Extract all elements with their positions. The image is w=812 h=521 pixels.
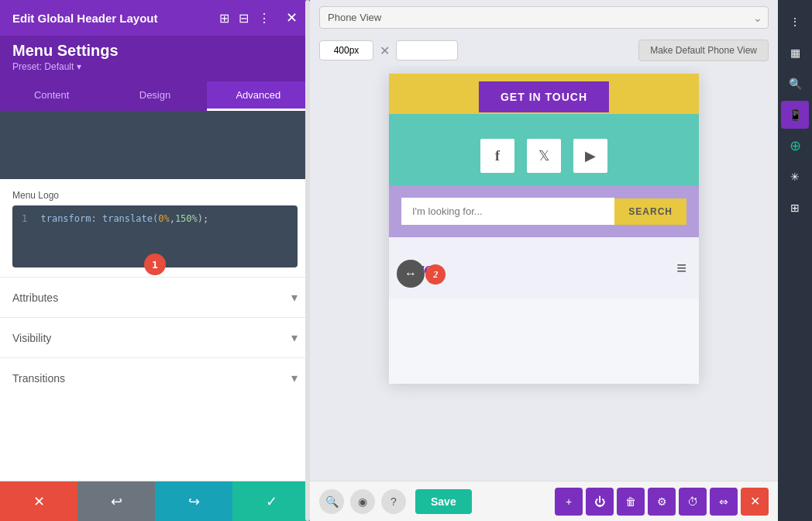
help-icon: ?: [391, 495, 397, 508]
accordion-transitions[interactable]: Transitions ▾: [0, 357, 310, 398]
resize-icon: ⇔: [719, 495, 728, 508]
redo-icon: ↪: [188, 493, 200, 510]
help-button[interactable]: ?: [381, 489, 406, 514]
mobile-icon: 📱: [789, 109, 802, 121]
view-select-wrapper: Phone View Tablet View Desktop View ⌄: [319, 6, 769, 29]
columns-icon[interactable]: ⊟: [239, 11, 249, 26]
tab-advanced[interactable]: Advanced: [207, 81, 310, 111]
add-button[interactable]: +: [555, 488, 583, 516]
phone-search-section: SEARCH: [389, 185, 699, 237]
twitter-icon-box[interactable]: 𝕏: [527, 139, 561, 173]
size-input[interactable]: [319, 40, 373, 60]
undo-button[interactable]: ↩: [77, 481, 155, 522]
add-icon: ⊕: [790, 137, 801, 154]
rs-more-button[interactable]: ⋮: [781, 8, 809, 36]
preview-toolbar: Phone View Tablet View Desktop View ⌄: [310, 0, 778, 35]
right-panel: Phone View Tablet View Desktop View ⌄ ✕ …: [310, 0, 778, 521]
code-comma: ,: [170, 213, 175, 224]
history-button[interactable]: ⏱: [679, 488, 707, 516]
sparkle-icon: ✳: [790, 171, 800, 183]
close-icon: ✕: [750, 494, 760, 509]
panel-content: Menu Logo 1 transform: translate(0%,150%…: [0, 111, 310, 481]
left-panel: Edit Global Header Layout ⊞ ⊟ ⋮ ✕ Menu S…: [0, 0, 310, 521]
facebook-icon-box[interactable]: f: [480, 139, 514, 173]
save-button[interactable]: Save: [415, 489, 472, 514]
make-default-button[interactable]: Make Default Phone View: [638, 40, 769, 61]
search-icon: 🔍: [325, 495, 339, 508]
search-button[interactable]: SEARCH: [614, 198, 686, 225]
history-icon: ⏱: [687, 495, 698, 508]
search-bottom-button[interactable]: 🔍: [319, 489, 344, 514]
rs-table-button[interactable]: ⊞: [781, 194, 809, 222]
layers-button[interactable]: ◉: [350, 489, 375, 514]
grid-icon: ▦: [790, 47, 800, 59]
power-button[interactable]: ⏻: [586, 488, 614, 516]
bottom-bar: ✕ ↩ ↪ ✓: [0, 481, 310, 521]
panel-subheader: Menu Settings Preset: Default ▾: [0, 36, 310, 81]
cancel-button[interactable]: ✕: [0, 481, 77, 522]
facebook-icon: f: [495, 148, 500, 164]
panel-header: Edit Global Header Layout ⊞ ⊟ ⋮ ✕: [0, 0, 310, 36]
bottom-action-bar: 🔍 ◉ ? Save + ⏻ 🗑 ⚙ ⏱ ⇔: [310, 481, 778, 521]
phone-social-section: f 𝕏 ▶: [389, 114, 699, 185]
tab-content[interactable]: Content: [0, 81, 103, 111]
size-second-input[interactable]: [396, 40, 458, 60]
plus-icon: +: [566, 495, 572, 508]
hamburger-icon[interactable]: ≡: [676, 258, 686, 278]
rs-search-button[interactable]: 🔍: [781, 70, 809, 98]
close-icon[interactable]: ✕: [286, 9, 298, 26]
accordion-attributes[interactable]: Attributes ▾: [0, 277, 310, 317]
badge-2: 2: [425, 264, 446, 285]
accordion-attributes-label: Attributes: [12, 292, 58, 304]
undo-icon: ↩: [111, 493, 122, 510]
rs-mobile-button[interactable]: 📱: [781, 101, 809, 129]
panel-tabs: Content Design Advanced: [0, 81, 310, 111]
search-icon: 🔍: [789, 78, 802, 90]
panel-preset[interactable]: Preset: Default ▾: [12, 61, 298, 72]
accordion-visibility[interactable]: Visibility ▾: [0, 317, 310, 357]
code-editor[interactable]: 1 transform: translate(0%,150%); 1: [12, 205, 298, 267]
code-value-px: 150%: [175, 213, 198, 224]
scrollbar[interactable]: [305, 111, 310, 481]
code-property: transform: translate(: [40, 213, 158, 224]
phone-top-section: GET IN TOUCH: [389, 74, 699, 114]
get-in-touch-button[interactable]: GET IN TOUCH: [479, 81, 609, 112]
confirm-button[interactable]: ✓: [232, 481, 310, 522]
settings-button[interactable]: ⚙: [648, 488, 676, 516]
trash-icon: 🗑: [625, 495, 636, 508]
chevron-down-icon: ▾: [291, 330, 298, 345]
size-bar: ✕ Make Default Phone View: [310, 35, 778, 66]
right-sidebar: ⋮ ▦ 🔍 📱 ⊕ ✳ ⊞: [778, 0, 812, 521]
resize-button[interactable]: ⇔: [710, 488, 738, 516]
section-logo-label: Menu Logo: [0, 179, 310, 205]
search-input[interactable]: [401, 198, 614, 225]
more-vert-icon: ⋮: [790, 16, 800, 28]
rs-sparkle-button[interactable]: ✳: [781, 163, 809, 191]
size-close-icon[interactable]: ✕: [380, 43, 390, 58]
device-frame: GET IN TOUCH f 𝕏 ▶ SEARCH: [389, 74, 699, 384]
tab-design[interactable]: Design: [103, 81, 206, 111]
accordion-visibility-label: Visibility: [12, 332, 51, 344]
code-close: );: [198, 213, 208, 224]
drag-handle[interactable]: ↔: [397, 260, 425, 288]
rs-grid-button[interactable]: ▦: [781, 39, 809, 67]
layers-icon: ◉: [358, 495, 367, 508]
table-icon: ⊞: [790, 202, 800, 214]
view-select[interactable]: Phone View Tablet View Desktop View: [319, 6, 769, 29]
code-line-num: 1: [22, 213, 27, 224]
trash-button[interactable]: 🗑: [617, 488, 645, 516]
more-icon[interactable]: ⋮: [258, 11, 270, 26]
redo-button[interactable]: ↪: [155, 481, 232, 522]
chevron-down-icon: ▾: [291, 290, 298, 305]
youtube-icon-box[interactable]: ▶: [573, 139, 607, 173]
panel-header-icons: ⊞ ⊟ ⋮ ✕: [219, 9, 298, 26]
youtube-icon: ▶: [585, 147, 596, 164]
accordion-transitions-label: Transitions: [12, 372, 65, 385]
rs-add-button[interactable]: ⊕: [781, 132, 809, 160]
phone-nav-section: wire 2 ≡: [389, 237, 699, 299]
panel-subheader-title: Menu Settings: [12, 42, 298, 60]
close-preview-button[interactable]: ✕: [741, 488, 769, 516]
expand-icon[interactable]: ⊞: [219, 11, 229, 26]
bab-right-group: + ⏻ 🗑 ⚙ ⏱ ⇔ ✕: [555, 488, 769, 516]
badge-1: 1: [144, 254, 166, 275]
